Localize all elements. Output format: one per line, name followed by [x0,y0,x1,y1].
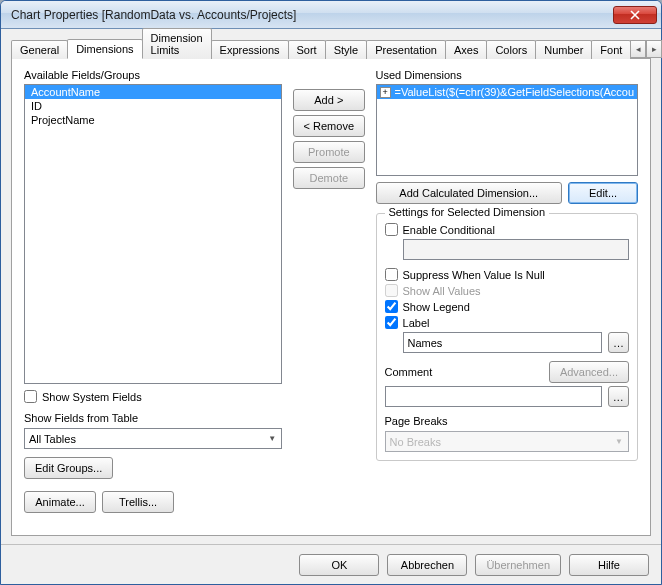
show-system-fields-checkbox[interactable] [24,390,37,403]
tab-scroll-right[interactable]: ▸ [646,40,662,58]
middle-column: Add > < Remove Promote Demote [290,69,367,525]
remove-button[interactable]: < Remove [293,115,365,137]
tab-sort[interactable]: Sort [288,40,326,59]
tab-colors[interactable]: Colors [486,40,536,59]
label-label: Label [403,317,430,329]
list-item[interactable]: ID [25,99,281,113]
available-fields-list[interactable]: AccountName ID ProjectName [24,84,282,384]
enable-conditional-row[interactable]: Enable Conditional [385,223,629,236]
tab-dimension-limits[interactable]: Dimension Limits [142,28,212,59]
suppress-null-label: Suppress When Value Is Null [403,269,545,281]
add-button[interactable]: Add > [293,89,365,111]
tab-general[interactable]: General [11,40,68,59]
show-fields-from-table-label: Show Fields from Table [24,412,282,424]
help-button[interactable]: Hilfe [569,554,649,576]
right-column: Used Dimensions + =ValueList($(=chr(39)&… [376,69,638,525]
tables-combo[interactable]: All Tables [24,428,282,449]
show-system-fields-row[interactable]: Show System Fields [24,390,282,403]
tab-style[interactable]: Style [325,40,367,59]
demote-button: Demote [293,167,365,189]
list-item[interactable]: ProjectName [25,113,281,127]
comment-input[interactable] [385,386,602,407]
show-legend-checkbox[interactable] [385,300,398,313]
show-all-values-row: Show All Values [385,284,629,297]
tab-strip: General Dimensions Dimension Limits Expr… [11,37,651,59]
dialog-footer: OK Abbrechen Übernehmen Hilfe [1,544,661,584]
edit-groups-button[interactable]: Edit Groups... [24,457,113,479]
show-all-values-label: Show All Values [403,285,481,297]
show-legend-label: Show Legend [403,301,470,313]
trellis-button[interactable]: Trellis... [102,491,174,513]
tab-scroll-left[interactable]: ◂ [630,40,646,58]
suppress-null-row[interactable]: Suppress When Value Is Null [385,268,629,281]
tab-page-dimensions: Available Fields/Groups AccountName ID P… [11,59,651,536]
comment-expression-button[interactable]: … [608,386,629,407]
ok-button[interactable]: OK [299,554,379,576]
show-all-values-checkbox [385,284,398,297]
comment-label: Comment [385,366,433,378]
tab-dimensions[interactable]: Dimensions [67,39,142,59]
available-fields-label: Available Fields/Groups [24,69,282,81]
add-calculated-dimension-button[interactable]: Add Calculated Dimension... [376,182,562,204]
show-legend-row[interactable]: Show Legend [385,300,629,313]
tab-font[interactable]: Font [591,40,631,59]
tab-scroll: ◂ ▸ [630,40,662,58]
used-dimension-item[interactable]: + =ValueList($(=chr(39)&GetFieldSelectio… [377,85,637,99]
close-icon [630,10,640,20]
tab-expressions[interactable]: Expressions [211,40,289,59]
page-breaks-label: Page Breaks [385,415,629,427]
page-breaks-combo: No Breaks [385,431,629,452]
list-item[interactable]: AccountName [25,85,281,99]
label-row[interactable]: Label [385,316,629,329]
apply-button: Übernehmen [475,554,561,576]
client-area: General Dimensions Dimension Limits Expr… [1,29,661,544]
used-dimension-text: =ValueList($(=chr(39)&GetFieldSelections… [395,86,634,98]
titlebar[interactable]: Chart Properties [RandomData vs. Account… [1,1,661,29]
expand-icon[interactable]: + [380,87,391,98]
enable-conditional-label: Enable Conditional [403,224,495,236]
tab-axes[interactable]: Axes [445,40,487,59]
settings-group: Settings for Selected Dimension Enable C… [376,213,638,461]
tab-number[interactable]: Number [535,40,592,59]
edit-dimension-button[interactable]: Edit... [568,182,638,204]
cancel-button[interactable]: Abbrechen [387,554,467,576]
show-system-fields-label: Show System Fields [42,391,142,403]
used-dimensions-label: Used Dimensions [376,69,638,81]
label-checkbox[interactable] [385,316,398,329]
label-expression-button[interactable]: … [608,332,629,353]
advanced-button: Advanced... [549,361,629,383]
dialog-window: Chart Properties [RandomData vs. Account… [0,0,662,585]
enable-conditional-checkbox[interactable] [385,223,398,236]
suppress-null-checkbox[interactable] [385,268,398,281]
used-dimensions-list[interactable]: + =ValueList($(=chr(39)&GetFieldSelectio… [376,84,638,176]
close-button[interactable] [613,6,657,24]
animate-button[interactable]: Animate... [24,491,96,513]
label-input[interactable] [403,332,602,353]
settings-group-title: Settings for Selected Dimension [385,206,550,218]
left-column: Available Fields/Groups AccountName ID P… [24,69,282,525]
promote-button: Promote [293,141,365,163]
tab-presentation[interactable]: Presentation [366,40,446,59]
window-title: Chart Properties [RandomData vs. Account… [11,8,613,22]
conditional-expression-input [403,239,629,260]
